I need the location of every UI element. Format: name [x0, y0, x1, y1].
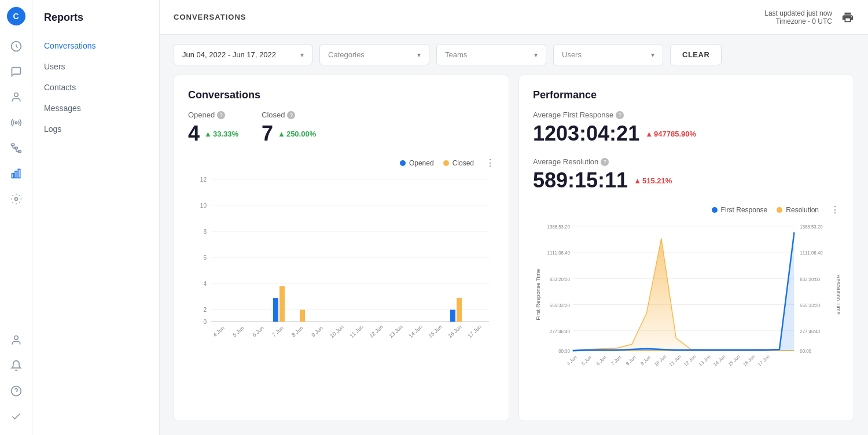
- avatar[interactable]: C: [7, 7, 25, 25]
- sidebar-item-contacts[interactable]: Contacts: [32, 77, 159, 98]
- conversations-icon[interactable]: [5, 60, 28, 83]
- svg-text:0: 0: [203, 319, 207, 325]
- chart-more-icon[interactable]: ⋮: [486, 157, 495, 168]
- filter-bar: Jun 04, 2022 - Jun 17, 2022 ▾ Categories…: [160, 35, 868, 75]
- svg-text:Resolution Time: Resolution Time: [836, 275, 840, 315]
- svg-line-2: [16, 46, 18, 48]
- closed-change: ▲ 250.00%: [278, 130, 316, 138]
- sidebar-item-conversations[interactable]: Conversations: [32, 35, 159, 56]
- legend-resolution: Resolution: [777, 206, 819, 214]
- svg-text:17 Jun: 17 Jun: [757, 353, 771, 367]
- svg-text:13 Jun: 13 Jun: [698, 353, 712, 367]
- svg-text:12 Jun: 12 Jun: [683, 353, 697, 367]
- avg-first-response-stat: Average First Response ? 1203:04:21 ▲ 94…: [533, 110, 840, 146]
- sidebar-item-users[interactable]: Users: [32, 56, 159, 77]
- settings-icon[interactable]: [5, 187, 28, 211]
- categories-chevron: ▾: [417, 51, 421, 59]
- svg-rect-5: [11, 144, 14, 146]
- svg-text:555:33:20: 555:33:20: [800, 303, 820, 308]
- svg-rect-35: [300, 310, 305, 322]
- page-title: CONVERSATIONS: [174, 13, 246, 21]
- stats-row: Opened ? 4 ▲ 33.33% Closed ? 7 ▲: [188, 110, 495, 146]
- svg-text:6 Jun: 6 Jun: [595, 355, 608, 367]
- svg-text:16 Jun: 16 Jun: [447, 324, 463, 340]
- svg-text:00:00: 00:00: [558, 349, 570, 354]
- hierarchy-icon[interactable]: [5, 137, 28, 160]
- sidebar-item-messages[interactable]: Messages: [32, 98, 159, 119]
- svg-rect-34: [279, 286, 285, 322]
- svg-text:555:33:20: 555:33:20: [550, 303, 570, 308]
- svg-text:2: 2: [203, 307, 207, 313]
- topbar-right: Last updated just now Timezone - 0 UTC: [764, 9, 854, 25]
- svg-text:277:46:40: 277:46:40: [800, 329, 820, 334]
- resolution-info-icon[interactable]: ?: [601, 158, 609, 166]
- last-updated-text: Last updated just now: [764, 9, 832, 17]
- svg-text:6 Jun: 6 Jun: [252, 325, 265, 338]
- opened-stat: Opened ? 4 ▲ 33.33%: [188, 110, 238, 146]
- date-range-filter[interactable]: Jun 04, 2022 - Jun 17, 2022 ▾: [174, 44, 312, 65]
- first-response-change: ▲ 947785.90%: [645, 130, 696, 138]
- reports-icon[interactable]: [5, 162, 28, 185]
- opened-info-icon[interactable]: ?: [217, 111, 225, 119]
- svg-text:1388:53:20: 1388:53:20: [800, 224, 823, 230]
- sidebar-item-logs[interactable]: Logs: [32, 119, 159, 139]
- legend-dot-first: [712, 207, 718, 213]
- users-chevron: ▾: [651, 51, 654, 59]
- opened-change: ▲ 33.33%: [204, 130, 238, 138]
- perf-chart-more-icon[interactable]: ⋮: [830, 204, 840, 215]
- performance-chart: 1388:53:20 1111:06:40 833:20:00 555:33:2…: [533, 220, 840, 407]
- categories-label: Categories: [328, 50, 413, 59]
- user-status-icon[interactable]: [5, 329, 28, 352]
- help-icon[interactable]: [5, 379, 28, 403]
- svg-text:10: 10: [200, 202, 207, 209]
- legend-first-response: First Response: [712, 206, 768, 214]
- svg-point-15: [14, 198, 17, 201]
- svg-text:7 Jun: 7 Jun: [271, 325, 285, 338]
- svg-text:10 Jun: 10 Jun: [329, 324, 345, 340]
- closed-info-icon[interactable]: ?: [287, 111, 295, 119]
- svg-text:11 Jun: 11 Jun: [349, 324, 365, 340]
- teams-label: Teams: [445, 50, 529, 59]
- users-filter[interactable]: Users ▾: [553, 44, 663, 65]
- svg-text:833:20:00: 833:20:00: [550, 277, 570, 282]
- svg-text:8 Jun: 8 Jun: [291, 325, 304, 338]
- teams-filter[interactable]: Teams ▾: [436, 44, 546, 65]
- conversations-card: Conversations Opened ? 4 ▲ 33.33% Closed: [174, 75, 509, 421]
- performance-legend: First Response Resolution ⋮: [533, 204, 840, 215]
- first-response-info-icon[interactable]: ?: [616, 111, 624, 119]
- closed-label: Closed ?: [262, 110, 316, 119]
- svg-text:8: 8: [203, 228, 207, 235]
- svg-rect-14: [18, 169, 20, 178]
- svg-text:16 Jun: 16 Jun: [742, 353, 756, 367]
- legend-closed: Closed: [443, 159, 474, 167]
- conversations-legend: Opened Closed ⋮: [188, 157, 495, 168]
- svg-text:5 Jun: 5 Jun: [232, 325, 245, 338]
- sidebar-title: Reports: [32, 12, 159, 35]
- svg-text:12: 12: [200, 176, 207, 183]
- listen-icon[interactable]: [5, 111, 28, 134]
- legend-dot-resolution: [777, 207, 782, 213]
- svg-text:15 Jun: 15 Jun: [727, 353, 741, 367]
- contacts-icon[interactable]: [5, 86, 28, 109]
- svg-text:14 Jun: 14 Jun: [408, 324, 424, 340]
- svg-text:4 Jun: 4 Jun: [212, 325, 226, 338]
- svg-text:6: 6: [203, 255, 207, 261]
- clear-button[interactable]: CLEAR: [670, 44, 722, 65]
- svg-text:11 Jun: 11 Jun: [668, 353, 682, 367]
- notifications-icon[interactable]: [5, 354, 28, 377]
- categories-filter[interactable]: Categories ▾: [319, 44, 429, 65]
- svg-text:1111:06:40: 1111:06:40: [547, 250, 571, 256]
- legend-dot-closed: [443, 160, 449, 166]
- chatwoot-icon[interactable]: [5, 405, 28, 428]
- avg-resolution-value: 589:15:11 ▲ 515.21%: [533, 168, 840, 193]
- svg-text:17 Jun: 17 Jun: [467, 324, 483, 340]
- svg-text:1388:53:20: 1388:53:20: [547, 224, 571, 230]
- avg-first-response-value: 1203:04:21 ▲ 947785.90%: [533, 121, 840, 146]
- timezone-text: Timezone - 0 UTC: [764, 17, 832, 25]
- svg-text:13 Jun: 13 Jun: [388, 324, 404, 340]
- topbar: CONVERSATIONS Last updated just now Time…: [160, 0, 868, 35]
- print-icon[interactable]: [841, 11, 854, 24]
- svg-text:10 Jun: 10 Jun: [654, 353, 668, 367]
- dashboard-icon[interactable]: [5, 35, 28, 58]
- conversations-chart: 12 10 8 6 4 2 0: [188, 173, 495, 407]
